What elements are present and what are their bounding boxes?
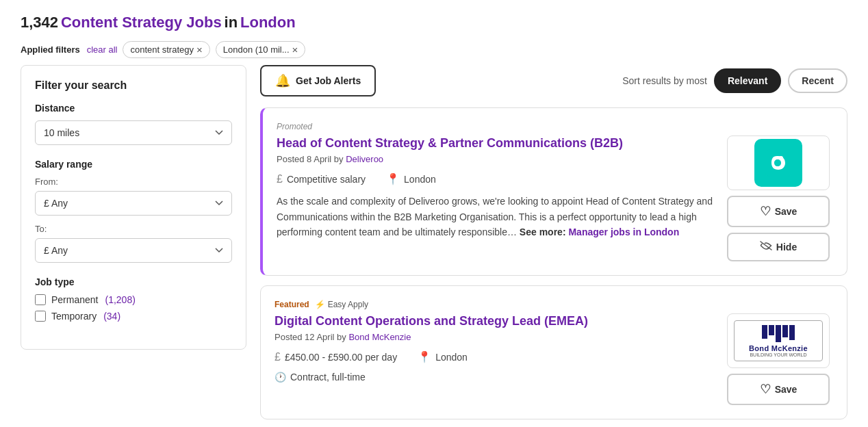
salary-label: Salary range — [35, 159, 232, 170]
bondmckenzie-logo: Bond McKenzie BUILDING YOUR WORLD — [734, 320, 823, 361]
job-card-1: Promoted Head of Content Strategy & Part… — [260, 107, 847, 276]
get-alerts-button[interactable]: 🔔 Get Job Alerts — [260, 65, 376, 96]
salary-to-select[interactable]: £ Any £50,000 £80,000 £100,000+ — [35, 238, 232, 263]
promoted-badge: Promoted — [277, 122, 312, 131]
job-description-1: As the scale and complexity of Deliveroo… — [277, 194, 713, 240]
card-badge-row-2: Featured ⚡ Easy Apply — [275, 300, 833, 309]
contract-type: Contract, full-time — [290, 372, 366, 383]
content-area: 🔔 Get Job Alerts Sort results by most Re… — [260, 65, 847, 427]
checkbox-temporary[interactable] — [35, 311, 46, 322]
company-link-1[interactable]: Deliveroo — [346, 154, 383, 164]
card-actions-1: ♡ Save Hide — [724, 135, 833, 261]
posted-text-1: Posted 8 April by — [277, 154, 344, 164]
see-more-label: See more: — [520, 227, 566, 237]
location-value-2: London — [435, 352, 468, 363]
location-icon-1: 📍 — [386, 172, 400, 185]
save-label-1: Save — [775, 206, 797, 217]
filter-tag-label: London (10 mil... — [223, 44, 290, 55]
posted-text-2: Posted 12 April by — [275, 332, 346, 342]
job-count: 1,342 — [21, 14, 58, 31]
heart-icon-2: ♡ — [760, 382, 771, 397]
temporary-count: (34) — [103, 311, 120, 322]
jobtype-temporary[interactable]: Temporary (34) — [35, 311, 232, 322]
salary-detail-1: £ Competitive salary — [277, 172, 366, 185]
applied-filters-bar: Applied filters clear all content strate… — [21, 41, 847, 58]
jobtype-permanent-label: Permanent — [51, 294, 98, 305]
salary-from-select[interactable]: £ Any £20,000 £30,000 £50,000 — [35, 191, 232, 216]
salary-value-2: £450.00 - £590.00 per day — [285, 352, 397, 363]
svg-point-1 — [779, 156, 783, 160]
distance-select[interactable]: 1 mile 5 miles 10 miles 20 miles 30 mile… — [35, 120, 232, 145]
sort-controls: Sort results by most Relevant Recent — [622, 68, 847, 93]
salary-to-label: To: — [35, 224, 232, 234]
jobtype-permanent[interactable]: Permanent (1,208) — [35, 294, 232, 305]
filter-tag-label: content strategy — [130, 44, 194, 55]
get-alerts-label: Get Job Alerts — [296, 75, 361, 86]
company-link-2[interactable]: Bond McKenzie — [348, 332, 411, 342]
save-button-1[interactable]: ♡ Save — [727, 196, 830, 227]
job-details-2: £ £450.00 - £590.00 per day 📍 London — [275, 350, 713, 363]
preposition: in — [225, 14, 238, 31]
easy-apply-badge: ⚡ Easy Apply — [315, 300, 368, 309]
content-header: 🔔 Get Job Alerts Sort results by most Re… — [260, 65, 847, 96]
job-meta-1: Posted 8 April by Deliveroo — [277, 154, 713, 164]
see-more-link-1[interactable]: Manager jobs in London — [568, 227, 679, 237]
clock-icon-2: 🕐 — [275, 372, 286, 383]
distance-filter: Distance 1 mile 5 miles 10 miles 20 mile… — [35, 103, 232, 145]
card-body-1: Head of Content Strategy & Partner Commu… — [277, 135, 713, 261]
card-body-2: Digital Content Operations and Strategy … — [275, 313, 713, 405]
job-meta-2: Posted 12 April by Bond McKenzie — [275, 332, 713, 342]
location-detail-2: 📍 London — [418, 350, 468, 363]
checkbox-permanent[interactable] — [35, 294, 46, 305]
location-icon-2: 📍 — [418, 350, 431, 363]
clear-all-link[interactable]: clear all — [87, 44, 118, 55]
filter-panel: Filter your search Distance 1 mile 5 mil… — [21, 65, 246, 350]
jobtype-temporary-label: Temporary — [51, 311, 97, 322]
card-badge-row-1: Promoted — [277, 122, 833, 131]
jobtype-label: Job type — [35, 276, 232, 287]
jobtype-filter: Job type Permanent (1,208) Temporary (34… — [35, 276, 232, 322]
eye-off-icon-1 — [760, 241, 772, 253]
easy-apply-label: Easy Apply — [328, 300, 368, 309]
filter-panel-title: Filter your search — [35, 79, 232, 92]
salary-filter: Salary range From: £ Any £20,000 £30,000… — [35, 159, 232, 263]
salary-detail-2: £ £450.00 - £590.00 per day — [275, 350, 397, 363]
sort-recent-button[interactable]: Recent — [788, 68, 847, 93]
bell-icon: 🔔 — [275, 73, 290, 88]
company-logo-2: Bond McKenzie BUILDING YOUR WORLD — [727, 313, 830, 368]
salary-icon-1: £ — [277, 173, 283, 185]
deliveroo-logo — [754, 139, 802, 187]
card-actions-2: Bond McKenzie BUILDING YOUR WORLD ♡ Save — [724, 313, 833, 405]
save-button-2[interactable]: ♡ Save — [727, 374, 830, 405]
remove-filter-content[interactable]: × — [196, 44, 203, 55]
hide-button-1[interactable]: Hide — [727, 233, 830, 261]
job-type: Content Strategy Jobs — [61, 14, 222, 31]
sort-relevant-button[interactable]: Relevant — [714, 68, 781, 93]
job-title-1[interactable]: Head of Content Strategy & Partner Commu… — [277, 135, 713, 151]
location-text: London — [240, 14, 296, 31]
card-inner-1: Head of Content Strategy & Partner Commu… — [277, 135, 833, 261]
job-card-2: Featured ⚡ Easy Apply Digital Content Op… — [260, 285, 847, 419]
additional-details-2: 🕐 Contract, full-time — [275, 372, 713, 383]
sidebar: Filter your search Distance 1 mile 5 mil… — [21, 65, 246, 427]
salary-icon-2: £ — [275, 351, 281, 363]
job-title-2[interactable]: Digital Content Operations and Strategy … — [275, 313, 713, 329]
heart-icon-1: ♡ — [760, 204, 771, 219]
filter-tag-content[interactable]: content strategy × — [123, 41, 209, 58]
permanent-count: (1,208) — [105, 294, 135, 305]
featured-badge: Featured — [275, 300, 309, 309]
salary-from-label: From: — [35, 177, 232, 187]
remove-filter-location[interactable]: × — [292, 44, 298, 55]
filter-tag-location[interactable]: London (10 mil... × — [216, 41, 306, 58]
bolt-icon: ⚡ — [315, 300, 325, 309]
location-detail-1: 📍 London — [386, 172, 436, 185]
page-title: 1,342 Content Strategy Jobs in London — [21, 14, 847, 31]
svg-rect-0 — [765, 149, 792, 177]
job-details-1: £ Competitive salary 📍 London — [277, 172, 713, 185]
salary-value-1: Competitive salary — [287, 174, 366, 185]
location-value-1: London — [404, 174, 436, 185]
hide-label-1: Hide — [776, 242, 797, 253]
filters-label: Applied filters — [21, 44, 80, 55]
jobtype-checkboxes: Permanent (1,208) Temporary (34) — [35, 294, 232, 322]
company-logo-1 — [727, 135, 830, 190]
